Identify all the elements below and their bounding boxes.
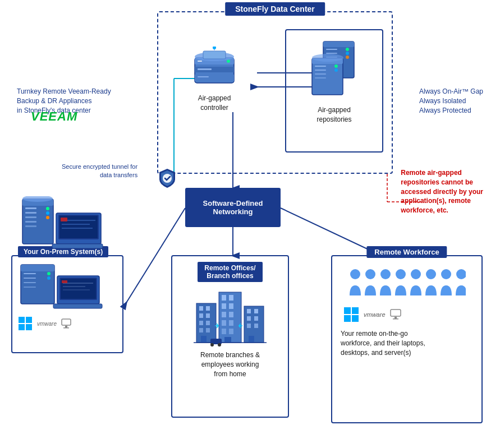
svg-rect-45: [24, 282, 36, 283]
svg-rect-71: [199, 328, 203, 332]
onprem-icon: [18, 262, 108, 315]
windows-icon-workforce: [343, 307, 359, 322]
controller-icon: [186, 47, 242, 91]
svg-rect-130: [52, 244, 103, 248]
svg-point-48: [47, 276, 51, 280]
svg-rect-87: [247, 309, 251, 313]
onprem-illustration: [20, 196, 109, 260]
svg-point-105: [456, 269, 466, 279]
persons-icon: [348, 267, 466, 298]
svg-point-96: [210, 343, 214, 347]
sdn-label: Software-DefinedNetworking: [203, 199, 263, 216]
remote-workforce-box: Remote Workforce: [331, 255, 483, 423]
svg-rect-81: [222, 320, 226, 326]
svg-rect-68: [206, 313, 210, 318]
svg-rect-111: [395, 317, 397, 318]
stonefly-datacenter-box: StoneFly Data Center Air-ga: [157, 11, 393, 174]
controller-label: Air-gappedcontroller: [198, 94, 231, 113]
svg-rect-112: [393, 318, 398, 320]
svg-rect-93: [249, 336, 254, 343]
svg-rect-44: [24, 278, 36, 279]
monitor-icon-onprem: [61, 318, 71, 329]
stonefly-dc-label: StoneFly Data Center: [225, 2, 325, 16]
svg-rect-46: [24, 287, 36, 288]
airgapped-repo-box: Air-gappedrepositories: [285, 29, 383, 153]
secure-tunnel-label: Secure encrypted tunnel fordata transfer…: [62, 163, 137, 180]
remote-workforce-label: Remote Workforce: [366, 246, 447, 258]
svg-rect-59: [19, 324, 25, 330]
svg-rect-91: [247, 324, 251, 328]
city-icon: [194, 287, 267, 348]
vmware-text-onprem: vmware: [37, 321, 57, 327]
svg-point-99: [365, 269, 375, 279]
remote-offices-box: Remote Offices/Branch offices: [171, 255, 289, 418]
svg-rect-67: [199, 313, 203, 318]
svg-rect-117: [25, 216, 36, 218]
svg-rect-62: [65, 326, 67, 327]
svg-point-103: [426, 269, 436, 279]
svg-rect-61: [62, 319, 71, 325]
svg-point-122: [46, 216, 49, 219]
svg-rect-73: [201, 336, 207, 343]
svg-point-100: [380, 269, 391, 279]
svg-point-104: [441, 269, 451, 279]
remote-offices-desc: Remote branches &employees workingfrom h…: [200, 350, 260, 378]
svg-rect-107: [352, 307, 359, 314]
svg-point-28: [346, 48, 349, 51]
svg-rect-76: [229, 295, 233, 301]
svg-rect-83: [222, 329, 226, 334]
svg-rect-115: [25, 207, 36, 209]
svg-rect-58: [26, 317, 32, 323]
svg-rect-15: [198, 68, 212, 70]
svg-point-40: [163, 174, 172, 183]
svg-rect-92: [254, 324, 258, 328]
svg-point-39: [312, 54, 343, 62]
onprem-box: Your On-Prem System(s): [11, 255, 123, 353]
svg-rect-72: [206, 328, 210, 332]
svg-rect-35: [315, 73, 326, 75]
svg-rect-82: [229, 320, 233, 326]
svg-rect-84: [229, 329, 233, 334]
diagram-container: StoneFly Data Center Air-ga: [0, 0, 500, 448]
svg-rect-33: [315, 66, 326, 67]
svg-point-29: [346, 52, 349, 55]
svg-rect-116: [25, 212, 36, 214]
svg-rect-80: [229, 312, 233, 317]
repo-icon: [304, 36, 365, 103]
svg-rect-42: [21, 265, 54, 271]
svg-point-121: [46, 211, 49, 215]
svg-rect-77: [222, 303, 226, 309]
windows-icon-onprem: [18, 316, 33, 331]
always-on-label: Always On-Air™ GapAlways IsolatedAlways …: [419, 87, 483, 115]
remote-offices-label: Remote Offices/Branch offices: [198, 262, 262, 282]
svg-rect-79: [222, 312, 226, 317]
svg-rect-65: [199, 306, 203, 311]
svg-rect-118: [25, 221, 36, 223]
svg-rect-78: [229, 303, 233, 309]
svg-rect-12: [198, 61, 202, 62]
vmware-text-workforce: vmware: [364, 311, 386, 318]
svg-rect-34: [315, 70, 326, 71]
remote-workforce-desc: Your remote on-the-goworkforce, and thei…: [338, 329, 476, 357]
svg-rect-75: [222, 295, 226, 301]
svg-rect-106: [344, 307, 351, 314]
svg-point-102: [411, 269, 421, 279]
svg-rect-63: [63, 327, 69, 329]
svg-rect-85: [224, 337, 231, 343]
svg-rect-90: [254, 316, 258, 321]
svg-rect-16: [195, 75, 234, 81]
svg-rect-19: [203, 51, 226, 59]
repo-label: Air-gappedrepositories: [316, 105, 351, 124]
svg-point-21: [213, 47, 216, 49]
svg-point-38: [334, 68, 338, 72]
svg-rect-109: [352, 315, 359, 322]
svg-point-37: [334, 64, 338, 68]
veeam-logo: VEEAM: [31, 109, 77, 124]
controller-box: Air-gappedcontroller: [175, 40, 254, 119]
svg-point-97: [218, 343, 221, 347]
svg-rect-69: [199, 321, 203, 325]
monitor-icon-workforce: [390, 309, 401, 320]
svg-rect-36: [315, 77, 326, 78]
svg-rect-17: [198, 76, 209, 77]
svg-rect-131: [61, 218, 67, 221]
